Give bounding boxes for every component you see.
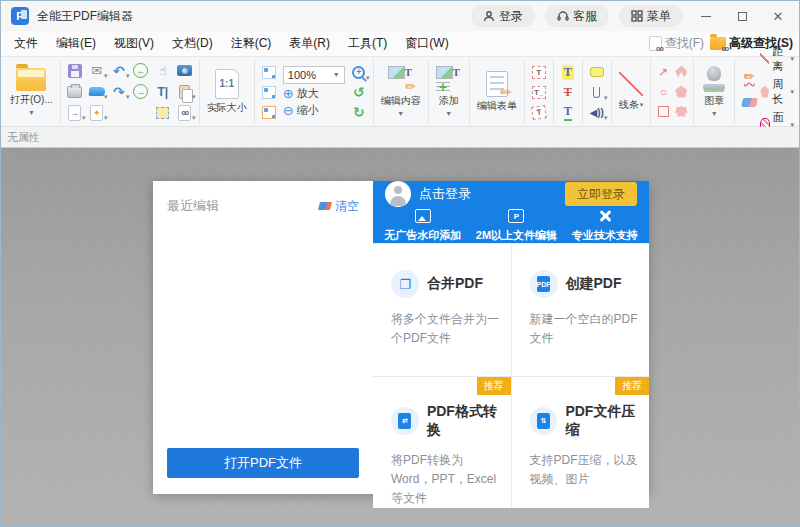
polyline-shape-button[interactable] [673,64,689,80]
pentagon-shape-button[interactable] [673,84,689,100]
select-object-button[interactable] [152,102,174,123]
login-header: 点击登录 立即登录 [373,181,649,207]
highlight-icon: T [562,65,574,80]
print-icon [67,86,82,98]
audio-comment-button[interactable]: ◀))▼ [586,102,608,123]
headset-icon [557,10,569,22]
toolbar-group-open: 打开(O)... ▼ [3,59,61,124]
note-comment-button[interactable] [586,62,608,83]
previous-view-button[interactable]: ← [130,60,152,81]
underline-icon: T [564,104,572,121]
eraser-tool-button[interactable] [738,92,760,113]
actual-size-button[interactable]: 1:1 实际大小 [203,69,251,115]
scanner-button[interactable]: ▼ [86,81,108,102]
zoom-in-button[interactable]: ⊕放大 [283,86,345,101]
redo-button[interactable]: ↷▼ [108,81,130,102]
add-button[interactable]: T+ 添加 ▼ [432,66,466,117]
zoom-level-select[interactable]: 100%▼ [283,66,345,84]
close-button[interactable]: ✕ [765,5,791,27]
export-button[interactable]: →▼ [64,102,86,123]
find-icon [649,36,662,51]
menu-file[interactable]: 文件 [5,31,47,56]
underline-button[interactable]: T [557,102,579,123]
minimize-button[interactable] [693,5,719,27]
edit-content-button[interactable]: T✏ 编辑内容 ▼ [377,66,425,117]
edit-form-button[interactable]: 编辑表单 [473,71,521,113]
undo-button[interactable]: ↶▼ [108,60,130,81]
merge-pdf-card[interactable]: ❐ 合并PDF 将多个文件合并为一个PDF文件 [373,244,511,376]
rotate-right-icon: ↻ [353,104,365,120]
promo-panel: 点击登录 立即登录 无广告水印添加 P 2M以上文件编辑 专业技术支持 [373,181,649,494]
hand-tool-button[interactable]: ☝ [152,60,174,81]
zoom-out-icon: ⊖ [283,103,294,118]
cloud-shape-button[interactable] [673,104,689,120]
login-now-button[interactable]: 立即登录 [565,182,637,206]
save-button[interactable] [64,60,86,81]
attach-file-button[interactable]: ▼ [586,82,608,103]
line-tool-button[interactable]: 线条▾ [615,72,648,112]
fit-visible-button[interactable] [258,102,280,123]
next-view-button[interactable]: → [130,81,152,102]
maximize-button[interactable] [729,5,755,27]
open-pdf-file-button[interactable]: 打开PDF文件 [167,448,359,478]
circle-shape-button[interactable]: ○ [655,84,671,100]
stamp-button[interactable]: 图章 ▼ [697,66,731,117]
toolbar-group-stamp: 图章 ▼ [694,59,735,124]
zoom-out-button[interactable]: ⊖缩小 [283,103,345,118]
paste-icon [179,85,190,99]
pdf-file-icon: P [508,209,524,223]
text-box-button[interactable]: T [528,62,550,83]
toolbar-group-line: 线条▾ [612,59,652,124]
perimeter-tool-button[interactable]: 周长▾ [760,77,794,107]
highlight-button[interactable]: T [557,62,579,83]
line-icon [619,72,643,96]
login-prompt[interactable]: 点击登录 [419,185,557,203]
rotate-left-button[interactable]: ↺ [348,82,370,103]
function-card-grid: ❐ 合并PDF 将多个文件合并为一个PDF文件 PDF 创建PDF 新建一个空白… [373,243,649,508]
create-pdf-card[interactable]: PDF 创建PDF 新建一个空白的PDF文件 [512,244,650,376]
rectangle-shape-button[interactable] [655,104,671,120]
convert-pdf-card[interactable]: 推荐 ⇄ PDF格式转换 将PDF转换为Word，PPT，Excel等文件 [373,377,511,509]
login-button[interactable]: 登录 [471,5,535,27]
toolbar-group-text-markup: T T T [554,59,583,124]
snapshot-button[interactable] [174,60,196,81]
fit-width-button[interactable] [258,82,280,103]
strikethrough-button[interactable]: T [557,82,579,103]
fit-page-button[interactable] [258,62,280,83]
workspace: 最近编辑 清空 打开PDF文件 点击登录 立即登录 无 [1,148,799,526]
clear-recent-button[interactable]: 清空 [319,198,359,215]
feature-no-watermark: 无广告水印添加 [384,209,461,243]
new-document-button[interactable]: ✦▼ [86,102,108,123]
callout-button[interactable]: T [528,102,550,123]
loupe-button[interactable]: +▼ [348,62,370,83]
paste-button[interactable]: ▼ [174,81,196,102]
menu-comment[interactable]: 注释(C) [222,31,281,56]
menu-view[interactable]: 视图(V) [105,31,163,56]
customer-service-button[interactable]: 客服 [545,5,609,27]
perimeter-icon [760,86,769,98]
magnifier-icon: + [352,66,365,79]
arrow-shape-button[interactable]: ↗ [655,64,671,80]
menu-edit[interactable]: 编辑(E) [47,31,105,56]
typewriter-button[interactable]: T_ [528,82,550,103]
tools-icon [597,209,613,223]
menu-button[interactable]: 菜单 [619,5,683,27]
rotate-right-button[interactable]: ↻ [348,102,370,123]
distance-tool-button[interactable]: 距离▾ [760,44,794,74]
find-button[interactable]: 查找(F) [649,35,704,52]
text-select-button[interactable]: T| [152,81,174,102]
compress-pdf-card[interactable]: 推荐 ⇅ PDF文件压缩 支持PDF压缩，以及视频、图片 [512,377,650,509]
menu-window[interactable]: 窗口(W) [396,31,457,56]
email-button[interactable]: ✉▼ [86,60,108,81]
search-document-button[interactable]: oo▼ [174,102,196,123]
print-button[interactable] [64,81,86,102]
menu-form[interactable]: 表单(R) [280,31,339,56]
menu-tools[interactable]: 工具(T) [339,31,396,56]
open-file-button[interactable]: 打开(O)... ▼ [6,68,57,116]
pencil-tool-button[interactable]: ✏ [738,66,760,87]
camera-icon [177,65,192,76]
feature-large-files: P 2M以上文件编辑 [476,209,557,243]
edit-form-icon [486,71,508,97]
menu-document[interactable]: 文档(D) [163,31,222,56]
app-window: P 全能王PDF编辑器 登录 客服 菜单 ✕ 文件 编辑(E) 视 [0,0,800,527]
